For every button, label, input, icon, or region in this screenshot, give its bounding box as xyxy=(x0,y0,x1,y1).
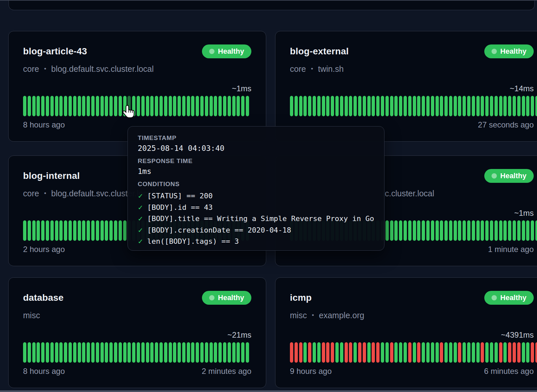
status-bar[interactable] xyxy=(340,342,343,363)
status-bar[interactable] xyxy=(381,342,384,363)
status-bar[interactable] xyxy=(123,342,127,363)
status-bar[interactable] xyxy=(522,220,525,241)
status-bar[interactable] xyxy=(463,96,466,116)
status-bar[interactable] xyxy=(394,342,398,363)
status-bar[interactable] xyxy=(517,220,521,241)
status-bar[interactable] xyxy=(376,342,380,363)
status-bar[interactable] xyxy=(73,220,76,241)
status-bar[interactable] xyxy=(169,342,172,363)
status-bar[interactable] xyxy=(326,342,329,363)
status-bar[interactable] xyxy=(91,220,95,241)
status-bar[interactable] xyxy=(96,342,99,363)
status-bar[interactable] xyxy=(349,342,352,363)
status-bar[interactable] xyxy=(87,96,90,116)
status-bar[interactable] xyxy=(426,220,430,241)
status-bar[interactable] xyxy=(499,96,502,116)
status-bar[interactable] xyxy=(73,342,76,363)
status-bar[interactable] xyxy=(178,342,181,363)
status-bar[interactable] xyxy=(32,96,36,116)
status-bar[interactable] xyxy=(458,220,461,241)
status-bar[interactable] xyxy=(28,96,31,116)
status-bar[interactable] xyxy=(481,220,484,241)
status-bar[interactable] xyxy=(490,342,493,363)
status-bar[interactable] xyxy=(444,342,448,363)
status-bar[interactable] xyxy=(322,96,325,116)
status-bar[interactable] xyxy=(59,96,63,116)
status-bar[interactable] xyxy=(241,342,244,363)
status-bar[interactable] xyxy=(404,342,407,363)
status-bar[interactable] xyxy=(422,342,425,363)
status-bar[interactable] xyxy=(87,342,90,363)
status-bar[interactable] xyxy=(326,96,329,116)
status-bar[interactable] xyxy=(78,96,81,116)
status-bar[interactable] xyxy=(169,96,172,116)
status-bar[interactable] xyxy=(413,220,416,241)
status-bar[interactable] xyxy=(218,96,222,116)
status-bar[interactable] xyxy=(345,96,348,116)
status-bar[interactable] xyxy=(55,96,58,116)
status-bar[interactable] xyxy=(526,342,529,363)
status-bar[interactable] xyxy=(358,96,361,116)
status-bar[interactable] xyxy=(358,342,361,363)
status-bar[interactable] xyxy=(164,342,167,363)
status-bar[interactable] xyxy=(385,96,389,116)
status-bar[interactable] xyxy=(335,96,339,116)
status-bar[interactable] xyxy=(50,342,54,363)
status-bar[interactable] xyxy=(508,220,511,241)
status-bar[interactable] xyxy=(46,96,49,116)
status-bar[interactable] xyxy=(503,96,507,116)
status-bar[interactable] xyxy=(114,342,117,363)
status-bar[interactable] xyxy=(349,96,352,116)
status-bar[interactable] xyxy=(408,96,411,116)
status-bar[interactable] xyxy=(196,342,199,363)
status-bar[interactable] xyxy=(476,220,480,241)
status-bar[interactable] xyxy=(335,342,339,363)
status-bar[interactable] xyxy=(173,96,176,116)
status-bar[interactable] xyxy=(440,96,443,116)
status-bar[interactable] xyxy=(467,220,470,241)
status-bar[interactable] xyxy=(476,342,480,363)
status-bar[interactable] xyxy=(413,342,416,363)
status-bar[interactable] xyxy=(481,342,484,363)
status-bar[interactable] xyxy=(119,220,122,241)
status-bar[interactable] xyxy=(426,96,430,116)
status-bar[interactable] xyxy=(59,220,63,241)
status-bar[interactable] xyxy=(228,342,231,363)
status-bar[interactable] xyxy=(32,342,36,363)
status-bar[interactable] xyxy=(472,342,475,363)
status-bar[interactable] xyxy=(454,342,457,363)
status-bar[interactable] xyxy=(417,220,420,241)
status-bar[interactable] xyxy=(119,96,122,116)
status-bar[interactable] xyxy=(137,342,140,363)
status-bar[interactable] xyxy=(23,96,26,116)
status-bar[interactable] xyxy=(146,342,149,363)
status-bar[interactable] xyxy=(69,342,72,363)
status-bar[interactable] xyxy=(458,96,461,116)
status-bar[interactable] xyxy=(23,342,26,363)
status-bar[interactable] xyxy=(123,220,127,241)
status-bar[interactable] xyxy=(241,96,244,116)
status-bar[interactable] xyxy=(214,96,217,116)
status-bar[interactable] xyxy=(472,96,475,116)
status-bar[interactable] xyxy=(223,342,226,363)
status-bar[interactable] xyxy=(522,96,525,116)
status-bar[interactable] xyxy=(390,96,393,116)
status-bar[interactable] xyxy=(218,342,222,363)
status-bar[interactable] xyxy=(513,342,516,363)
status-bar[interactable] xyxy=(467,342,470,363)
status-bar[interactable] xyxy=(522,342,525,363)
status-bar[interactable] xyxy=(513,220,516,241)
status-bar[interactable] xyxy=(82,96,85,116)
status-bar[interactable] xyxy=(454,220,457,241)
status-bar[interactable] xyxy=(531,342,534,363)
status-bar[interactable] xyxy=(513,96,516,116)
status-bar[interactable] xyxy=(535,220,537,241)
status-bar[interactable] xyxy=(495,220,498,241)
status-bar[interactable] xyxy=(159,96,163,116)
status-bar[interactable] xyxy=(495,342,498,363)
status-bar[interactable] xyxy=(485,342,489,363)
status-bar[interactable] xyxy=(463,342,466,363)
status-bar[interactable] xyxy=(436,220,439,241)
status-bar[interactable] xyxy=(64,96,67,116)
status-bar[interactable] xyxy=(303,96,307,116)
